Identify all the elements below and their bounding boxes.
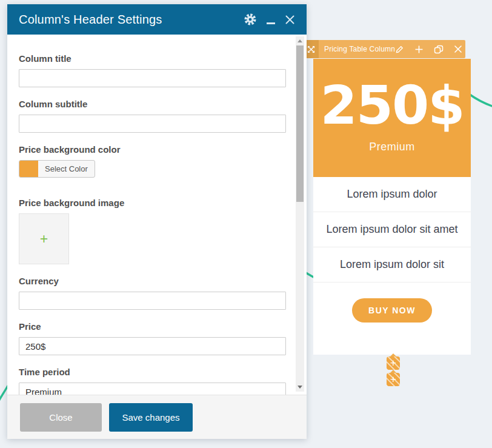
save-changes-button[interactable]: Save changes [109,403,193,432]
buy-now-button[interactable]: BUY NOW [352,298,432,323]
add-element-button[interactable]: + [385,353,401,370]
plus-icon: + [387,373,400,386]
select-color-label: Select Color [38,161,95,177]
add-image-button[interactable]: + [19,213,69,264]
gear-icon[interactable] [244,13,257,26]
close-icon[interactable] [285,15,295,25]
pencil-icon[interactable] [395,45,404,54]
modal-scrollbar[interactable] [296,36,304,392]
column-title-input[interactable] [19,69,286,87]
clone-icon[interactable] [434,45,444,54]
modal-footer: Close Save changes [7,395,307,439]
scroll-down-icon[interactable] [298,386,302,389]
minimize-icon[interactable] [267,22,275,24]
pricing-column-card: 250$ Premium Lorem ipsum dolor Lorem ips… [313,59,471,355]
column-title-label: Column title [19,53,286,64]
modal-header[interactable]: Column's Header Settings [7,4,307,35]
plus-icon: + [387,356,400,370]
column-subtitle-input[interactable] [19,115,286,133]
price-header: 250$ Premium [313,59,471,177]
feature-row: Lorem ipsum dolor sit [313,247,471,283]
price-input[interactable] [19,337,286,355]
page: Pricing Table Column 250$ Premium Lorem … [0,0,492,448]
time-period-input[interactable] [19,383,286,395]
price-bg-image-label: Price background image [19,198,286,208]
element-toolbar: Pricing Table Column [303,40,465,58]
plus-icon: + [40,231,48,247]
close-button[interactable]: Close [20,403,102,432]
modal-title: Column's Header Settings [19,13,162,27]
price-period: Premium [313,141,471,153]
add-icon[interactable] [414,45,424,54]
scroll-up-icon[interactable] [298,39,302,42]
close-icon[interactable] [454,45,462,53]
currency-label: Currency [19,276,286,286]
element-toolbar-title: Pricing Table Column [319,45,395,53]
feature-row: Lorem ipsum dolor [313,177,471,212]
select-color-button[interactable]: Select Color [19,160,95,178]
settings-modal: Column's Header Settings Column title Co [7,4,307,439]
feature-row: Lorem ipsum dolor sit amet [313,212,471,247]
modal-body: Column title Column subtitle Price backg… [7,35,307,395]
add-element-button[interactable]: + [385,370,401,386]
price-bg-color-label: Price background color [19,144,286,155]
scrollbar-thumb[interactable] [296,45,304,202]
column-subtitle-label: Column subtitle [19,99,286,109]
card-footer: BUY NOW [313,283,471,355]
price-label: Price [19,321,286,332]
currency-input[interactable] [19,292,286,310]
time-period-label: Time period [19,367,286,377]
color-swatch [19,161,38,177]
price-value: 250$ [313,59,471,132]
